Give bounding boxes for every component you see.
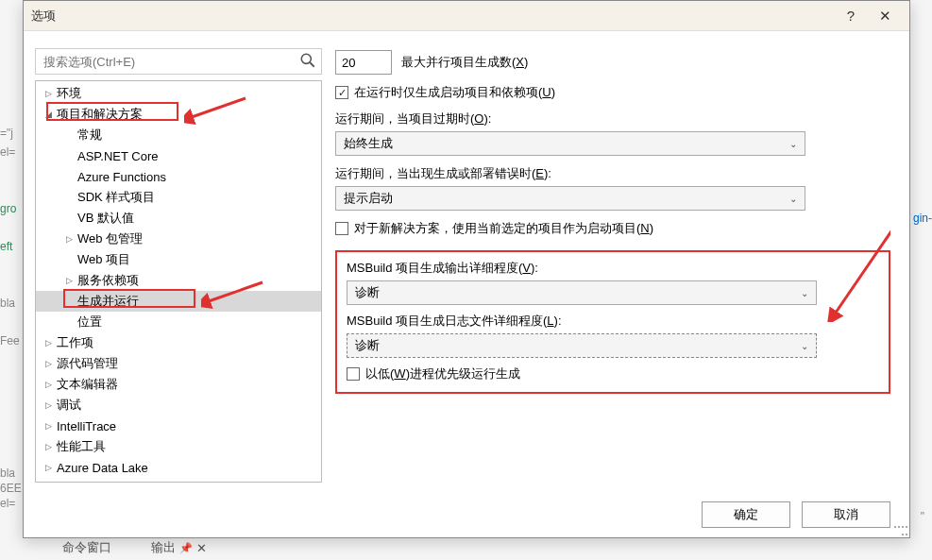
bg-code: bla: [0, 467, 15, 480]
tree-item[interactable]: ▷环境: [36, 83, 321, 104]
low-priority-checkbox[interactable]: [347, 367, 360, 381]
msbuild-output-label: MSBuild 项目生成输出详细程度(V):: [347, 260, 879, 277]
expander-icon[interactable]: ▷: [42, 87, 55, 100]
expander-icon[interactable]: ▷: [42, 378, 55, 391]
tree-item-label: 文本编辑器: [57, 376, 118, 393]
tree-item-label: VB 默认值: [77, 210, 134, 227]
tree-item-label: IntelliTrace: [57, 419, 116, 433]
search-input[interactable]: [35, 48, 322, 75]
tree-item[interactable]: ▷工作项: [36, 332, 321, 353]
msbuild-section: MSBuild 项目生成输出详细程度(V): 诊断⌄ MSBuild 项目生成日…: [335, 250, 890, 394]
search-icon[interactable]: [299, 52, 316, 69]
msbuild-output-combo[interactable]: 诊断⌄: [347, 280, 817, 305]
bg-code: gro: [0, 202, 16, 215]
tree-item[interactable]: ▷生成并运行: [36, 291, 321, 312]
use-selected-startup-checkbox[interactable]: [335, 222, 348, 235]
tree-item-label: 服务依赖项: [77, 272, 139, 289]
titlebar: 选项 ? ✕: [24, 1, 909, 31]
on-run-error-label: 运行期间，当出现生成或部署错误时(E):: [335, 165, 890, 182]
cancel-button[interactable]: 取消: [802, 501, 890, 528]
bg-code: gin-: [913, 212, 932, 225]
pin-icon[interactable]: 📌: [179, 542, 193, 554]
left-panel: ▷环境◢项目和解决方案▷常规▷ASP.NET Core▷Azure Functi…: [35, 48, 322, 483]
expander-icon[interactable]: ▷: [42, 399, 55, 412]
expander-icon[interactable]: ▷: [42, 461, 55, 474]
expander-icon[interactable]: ▷: [42, 336, 55, 349]
tree-item-label: 工作项: [57, 334, 93, 351]
tree-item-label: 常规: [77, 127, 102, 144]
on-run-error-combo[interactable]: 提示启动⌄: [335, 186, 805, 211]
settings-panel: 最大并行项目生成数(X) 在运行时仅生成启动项目和依赖项(U) 运行期间，当项目…: [335, 48, 890, 483]
tree-item-label: Web 包管理: [77, 230, 143, 247]
chevron-down-icon: ⌄: [801, 341, 808, 351]
bg-code: el=: [0, 497, 15, 510]
bg-code: eft: [0, 240, 12, 253]
expander-icon[interactable]: ▷: [42, 357, 55, 370]
expander-icon[interactable]: ▷: [42, 440, 55, 453]
tree-item[interactable]: ▷Azure Functions: [36, 166, 321, 187]
tree-item[interactable]: ▷源代码管理: [36, 353, 321, 374]
options-dialog: 选项 ? ✕ ▷环境◢项目和解决方案▷常规▷ASP.NET Core▷Azure…: [23, 0, 910, 538]
expander-icon[interactable]: ◢: [42, 108, 55, 121]
tree-item-label: ASP.NET Core: [77, 149, 159, 163]
max-parallel-label: 最大并行项目生成数(X): [401, 54, 528, 71]
tree-item-label: 源代码管理: [57, 355, 118, 372]
only-startup-checkbox[interactable]: [335, 86, 348, 99]
low-priority-label: 以低(W)进程优先级运行生成: [365, 365, 520, 382]
on-run-outdated-combo[interactable]: 始终生成⌄: [335, 131, 805, 156]
tree-item[interactable]: ▷VB 默认值: [36, 208, 321, 229]
max-parallel-input[interactable]: [335, 50, 392, 75]
resize-grip[interactable]: [894, 522, 907, 535]
bg-code: el=: [0, 145, 15, 159]
tree-item-label: Azure Data Lake: [57, 461, 148, 475]
ok-button[interactable]: 确定: [702, 501, 790, 528]
tree-item[interactable]: ▷调试: [36, 395, 321, 416]
tree-item-label: Web 项目: [77, 251, 130, 268]
bg-code: Fee: [0, 334, 20, 348]
svg-point-0: [301, 54, 311, 63]
use-selected-startup-label: 对于新解决方案，使用当前选定的项目作为启动项目(N): [354, 220, 653, 237]
tree-item[interactable]: ▷常规: [36, 125, 321, 145]
only-startup-label: 在运行时仅生成启动项目和依赖项(U): [354, 84, 555, 101]
msbuild-log-label: MSBuild 项目生成日志文件详细程度(L):: [347, 313, 879, 330]
tree-item[interactable]: ◢项目和解决方案: [36, 104, 321, 125]
bg-code: ": [921, 510, 924, 523]
msbuild-log-combo[interactable]: 诊断⌄: [347, 333, 817, 358]
chevron-down-icon: ⌄: [789, 139, 797, 149]
tab-output[interactable]: 输出📌✕: [145, 535, 212, 560]
expander-icon[interactable]: ▷: [62, 232, 76, 246]
bg-code: 6EE: [0, 482, 22, 495]
tree-item-label: 项目和解决方案: [57, 106, 143, 123]
on-run-outdated-label: 运行期间，当项目过期时(O):: [335, 110, 890, 127]
category-tree[interactable]: ▷环境◢项目和解决方案▷常规▷ASP.NET Core▷Azure Functi…: [35, 80, 322, 483]
tree-item[interactable]: ▷Web 包管理: [36, 229, 321, 249]
chevron-down-icon: ⌄: [789, 194, 797, 204]
tree-item[interactable]: ▷SDK 样式项目: [36, 187, 321, 208]
chevron-down-icon: ⌄: [801, 288, 808, 298]
tree-item[interactable]: ▷Azure Data Lake: [36, 457, 321, 478]
tree-item[interactable]: ▷文本编辑器: [36, 374, 321, 395]
tree-item-label: Azure Functions: [77, 170, 166, 184]
tree-item-label: 调试: [57, 397, 81, 414]
tab-command-window[interactable]: 命令窗口: [57, 535, 117, 560]
bg-code: ="j: [0, 127, 13, 140]
tree-item-label: 位置: [77, 314, 102, 331]
tree-item[interactable]: ▷Web 项目: [36, 249, 321, 270]
bottom-tabstrip: 命令窗口 输出📌✕: [57, 535, 212, 560]
expander-icon[interactable]: ▷: [62, 274, 76, 287]
close-icon[interactable]: ✕: [868, 3, 902, 29]
expander-icon[interactable]: ▷: [42, 419, 55, 433]
tree-item-label: 环境: [57, 85, 81, 102]
tree-item[interactable]: ▷ASP.NET Core: [36, 145, 321, 166]
tree-item[interactable]: ▷性能工具: [36, 436, 321, 457]
svg-line-1: [310, 62, 314, 67]
tree-item-label: SDK 样式项目: [77, 189, 155, 206]
help-icon[interactable]: ?: [834, 3, 868, 29]
dialog-title: 选项: [31, 8, 834, 25]
close-icon[interactable]: ✕: [196, 541, 207, 555]
tree-item[interactable]: ▷IntelliTrace: [36, 416, 321, 436]
dialog-footer: 确定 取消: [24, 492, 909, 537]
bg-code: bla: [0, 297, 15, 310]
tree-item[interactable]: ▷服务依赖项: [36, 270, 321, 291]
tree-item[interactable]: ▷位置: [36, 312, 321, 332]
